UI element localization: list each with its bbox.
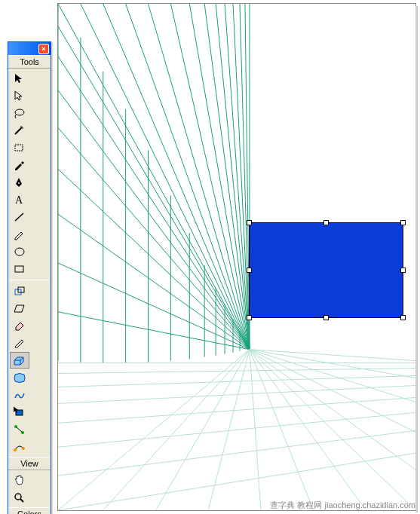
text-icon: A — [13, 194, 26, 206]
skew-icon — [13, 302, 26, 314]
resize-handle-tl[interactable] — [247, 220, 252, 225]
canvas-page[interactable] — [57, 3, 416, 511]
svg-line-45 — [208, 350, 250, 510]
graphic-hose-tool[interactable] — [10, 439, 29, 455]
hand-tool[interactable] — [10, 472, 29, 488]
connector-icon — [13, 424, 26, 436]
pointer-tool[interactable] — [10, 70, 29, 87]
svg-line-52 — [250, 350, 415, 402]
knife-icon — [13, 337, 26, 349]
view-grid — [8, 470, 51, 507]
tools-grid: A — [8, 69, 51, 279]
pen-tool[interactable] — [10, 174, 29, 191]
resize-handle-bl[interactable] — [247, 315, 252, 320]
eraser-tool[interactable] — [10, 317, 29, 334]
section-colors: Colors — [8, 507, 51, 514]
svg-line-15 — [58, 57, 250, 350]
extrude-tool[interactable] — [10, 352, 29, 369]
pencil-icon — [13, 228, 26, 240]
svg-line-17 — [58, 128, 250, 350]
lasso-tool[interactable] — [10, 105, 29, 121]
scale-icon — [13, 285, 26, 297]
svg-line-50 — [250, 350, 415, 470]
resize-handle-tr[interactable] — [400, 220, 406, 225]
svg-rect-64 — [16, 410, 23, 415]
svg-point-55 — [15, 109, 24, 115]
svg-line-48 — [250, 350, 366, 510]
svg-line-43 — [103, 350, 250, 510]
eraser-icon — [13, 320, 26, 332]
svg-line-3 — [126, 4, 250, 350]
line-tool[interactable] — [10, 209, 29, 225]
pen-icon — [13, 176, 26, 188]
pointer-icon — [13, 72, 26, 84]
line-icon — [13, 211, 26, 223]
svg-line-51 — [250, 350, 415, 433]
svg-line-5 — [170, 4, 250, 350]
eyedropper-icon — [13, 159, 26, 171]
trace-tool[interactable] — [10, 387, 29, 403]
section-view: View — [8, 457, 51, 470]
svg-line-20 — [58, 263, 250, 350]
resize-handle-bm[interactable] — [323, 315, 329, 320]
watermark: 查字典 教程网 jiaocheng.chazidian.com — [270, 500, 415, 511]
lasso-icon — [13, 107, 26, 119]
svg-line-39 — [58, 412, 415, 447]
svg-point-67 — [14, 448, 17, 451]
svg-line-40 — [58, 430, 415, 476]
svg-line-37 — [58, 385, 415, 403]
graphic-hose-icon — [13, 441, 26, 453]
svg-line-38 — [58, 397, 415, 423]
svg-point-57 — [18, 182, 20, 184]
svg-line-14 — [58, 26, 250, 350]
svg-line-70 — [20, 499, 23, 502]
crop-icon — [13, 142, 26, 154]
svg-point-60 — [15, 248, 24, 255]
magic-wand-tool[interactable] — [10, 122, 29, 139]
trace-icon — [13, 389, 26, 401]
subselect-tool[interactable] — [10, 87, 29, 104]
rectangle-tool[interactable] — [10, 261, 29, 277]
ellipse-tool[interactable] — [10, 243, 29, 260]
resize-handle-br[interactable] — [400, 315, 406, 320]
magic-wand-icon — [13, 124, 26, 136]
subselect-icon — [13, 90, 26, 102]
zoom-icon — [13, 491, 26, 503]
svg-rect-61 — [15, 266, 23, 272]
envelope-tool[interactable] — [10, 369, 29, 386]
skew-tool[interactable] — [10, 300, 29, 317]
section-tools: Tools — [8, 55, 51, 69]
svg-line-59 — [15, 213, 23, 221]
svg-line-42 — [58, 350, 250, 510]
resize-handle-tm[interactable] — [323, 220, 329, 225]
scale-tool[interactable] — [10, 283, 29, 299]
text-tool[interactable]: A — [10, 191, 29, 208]
rectangle-icon — [13, 263, 26, 275]
tools-panel: × Tools A View Colors — [8, 41, 51, 514]
svg-point-69 — [15, 494, 21, 500]
envelope-icon — [13, 372, 26, 384]
eyedropper-tool[interactable] — [10, 157, 29, 173]
close-icon[interactable]: × — [38, 44, 49, 54]
crop-tool[interactable] — [10, 139, 29, 156]
resize-handle-ml[interactable] — [247, 268, 252, 273]
svg-text:A: A — [15, 194, 23, 206]
svg-line-18 — [58, 169, 250, 349]
connector-tool[interactable] — [10, 421, 29, 438]
zoom-tool[interactable] — [10, 489, 29, 506]
svg-rect-56 — [15, 145, 23, 151]
hand-icon — [13, 474, 26, 486]
tools-grid-2 — [8, 281, 51, 457]
svg-line-54 — [250, 350, 415, 361]
svg-line-1 — [81, 4, 250, 350]
panel-titlebar[interactable]: × — [8, 41, 51, 55]
resize-handle-mr[interactable] — [400, 268, 406, 273]
perspective-tool[interactable] — [10, 404, 29, 421]
pencil-tool[interactable] — [10, 226, 29, 243]
ellipse-icon — [13, 246, 26, 258]
svg-point-68 — [22, 447, 25, 450]
selected-rectangle[interactable] — [249, 222, 403, 318]
perspective-icon — [13, 406, 26, 418]
canvas-area — [0, 0, 420, 514]
knife-tool[interactable] — [10, 335, 29, 351]
